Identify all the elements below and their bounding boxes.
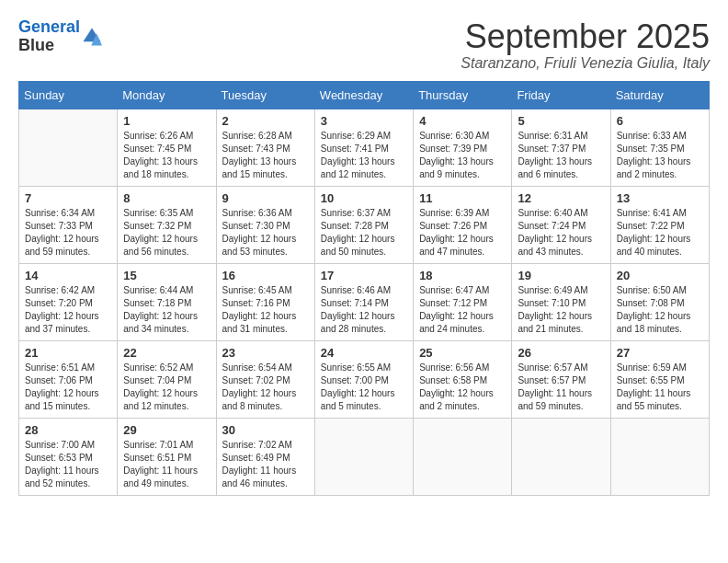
calendar-cell: 13Sunrise: 6:41 AMSunset: 7:22 PMDayligh… xyxy=(610,186,709,263)
day-info: Sunrise: 6:37 AMSunset: 7:28 PMDaylight:… xyxy=(321,207,407,259)
day-info: Sunrise: 7:00 AMSunset: 6:53 PMDaylight:… xyxy=(25,439,111,490)
day-number: 5 xyxy=(518,114,604,128)
weekday-header-thursday: Thursday xyxy=(414,81,512,109)
calendar-cell: 18Sunrise: 6:47 AMSunset: 7:12 PMDayligh… xyxy=(414,263,512,340)
weekday-header-row: SundayMondayTuesdayWednesdayThursdayFrid… xyxy=(19,81,710,109)
day-info: Sunrise: 6:29 AMSunset: 7:41 PMDaylight:… xyxy=(321,130,407,181)
day-number: 12 xyxy=(518,191,604,205)
day-info: Sunrise: 6:57 AMSunset: 6:57 PMDaylight:… xyxy=(518,362,604,413)
day-number: 25 xyxy=(419,346,506,360)
calendar-cell: 1Sunrise: 6:26 AMSunset: 7:45 PMDaylight… xyxy=(118,109,216,186)
calendar-cell: 28Sunrise: 7:00 AMSunset: 6:53 PMDayligh… xyxy=(19,418,118,495)
day-number: 8 xyxy=(123,191,210,205)
day-info: Sunrise: 6:55 AMSunset: 7:00 PMDaylight:… xyxy=(321,362,407,413)
day-info: Sunrise: 6:49 AMSunset: 7:10 PMDaylight:… xyxy=(518,284,604,336)
month-title: September 2025 xyxy=(461,18,710,55)
calendar-cell: 19Sunrise: 6:49 AMSunset: 7:10 PMDayligh… xyxy=(512,263,610,340)
calendar-cell: 16Sunrise: 6:45 AMSunset: 7:16 PMDayligh… xyxy=(216,263,314,340)
day-number: 26 xyxy=(518,346,604,360)
day-info: Sunrise: 6:39 AMSunset: 7:26 PMDaylight:… xyxy=(419,207,506,259)
calendar-cell xyxy=(314,418,413,495)
day-info: Sunrise: 7:01 AMSunset: 6:51 PMDaylight:… xyxy=(123,439,210,490)
day-number: 22 xyxy=(123,346,210,360)
calendar-cell xyxy=(414,418,512,495)
day-info: Sunrise: 6:50 AMSunset: 7:08 PMDaylight:… xyxy=(617,284,703,336)
page-header: GeneralBlue September 2025 Staranzano, F… xyxy=(18,18,710,72)
day-number: 3 xyxy=(321,114,407,128)
day-info: Sunrise: 7:02 AMSunset: 6:49 PMDaylight:… xyxy=(222,439,309,490)
day-info: Sunrise: 6:46 AMSunset: 7:14 PMDaylight:… xyxy=(321,284,407,336)
title-area: September 2025 Staranzano, Friuli Venezi… xyxy=(461,18,710,72)
day-number: 28 xyxy=(25,423,111,437)
day-number: 10 xyxy=(321,191,407,205)
day-info: Sunrise: 6:41 AMSunset: 7:22 PMDaylight:… xyxy=(617,207,703,259)
day-info: Sunrise: 6:59 AMSunset: 6:55 PMDaylight:… xyxy=(617,362,703,413)
calendar-cell: 5Sunrise: 6:31 AMSunset: 7:37 PMDaylight… xyxy=(512,109,610,186)
day-info: Sunrise: 6:28 AMSunset: 7:43 PMDaylight:… xyxy=(222,130,309,181)
day-info: Sunrise: 6:40 AMSunset: 7:24 PMDaylight:… xyxy=(518,207,604,259)
day-number: 6 xyxy=(617,114,703,128)
day-info: Sunrise: 6:44 AMSunset: 7:18 PMDaylight:… xyxy=(123,284,210,336)
day-info: Sunrise: 6:52 AMSunset: 7:04 PMDaylight:… xyxy=(123,362,210,413)
calendar-cell: 8Sunrise: 6:35 AMSunset: 7:32 PMDaylight… xyxy=(118,186,216,263)
day-info: Sunrise: 6:30 AMSunset: 7:39 PMDaylight:… xyxy=(419,130,506,181)
day-info: Sunrise: 6:45 AMSunset: 7:16 PMDaylight:… xyxy=(222,284,309,336)
day-number: 4 xyxy=(419,114,506,128)
calendar-cell: 15Sunrise: 6:44 AMSunset: 7:18 PMDayligh… xyxy=(118,263,216,340)
calendar-cell: 10Sunrise: 6:37 AMSunset: 7:28 PMDayligh… xyxy=(314,186,413,263)
calendar-cell: 24Sunrise: 6:55 AMSunset: 7:00 PMDayligh… xyxy=(314,340,413,418)
calendar-cell: 22Sunrise: 6:52 AMSunset: 7:04 PMDayligh… xyxy=(118,340,216,418)
day-info: Sunrise: 6:47 AMSunset: 7:12 PMDaylight:… xyxy=(419,284,506,336)
day-number: 15 xyxy=(123,269,210,282)
calendar-week-row: 28Sunrise: 7:00 AMSunset: 6:53 PMDayligh… xyxy=(19,418,710,495)
calendar-cell xyxy=(610,418,709,495)
calendar-cell: 17Sunrise: 6:46 AMSunset: 7:14 PMDayligh… xyxy=(314,263,413,340)
day-info: Sunrise: 6:34 AMSunset: 7:33 PMDaylight:… xyxy=(25,207,111,259)
day-info: Sunrise: 6:36 AMSunset: 7:30 PMDaylight:… xyxy=(222,207,309,259)
calendar-cell: 11Sunrise: 6:39 AMSunset: 7:26 PMDayligh… xyxy=(414,186,512,263)
day-number: 21 xyxy=(25,346,111,360)
calendar-cell xyxy=(512,418,610,495)
logo-icon xyxy=(82,27,102,47)
day-number: 20 xyxy=(617,269,703,282)
logo: GeneralBlue xyxy=(18,18,102,55)
day-info: Sunrise: 6:51 AMSunset: 7:06 PMDaylight:… xyxy=(25,362,111,413)
calendar-week-row: 21Sunrise: 6:51 AMSunset: 7:06 PMDayligh… xyxy=(19,340,710,418)
weekday-header-saturday: Saturday xyxy=(610,81,709,109)
calendar-cell: 12Sunrise: 6:40 AMSunset: 7:24 PMDayligh… xyxy=(512,186,610,263)
weekday-header-friday: Friday xyxy=(512,81,610,109)
calendar-table: SundayMondayTuesdayWednesdayThursdayFrid… xyxy=(18,81,710,496)
calendar-cell: 4Sunrise: 6:30 AMSunset: 7:39 PMDaylight… xyxy=(414,109,512,186)
day-info: Sunrise: 6:42 AMSunset: 7:20 PMDaylight:… xyxy=(25,284,111,336)
day-number: 23 xyxy=(222,346,309,360)
day-info: Sunrise: 6:31 AMSunset: 7:37 PMDaylight:… xyxy=(518,130,604,181)
day-number: 19 xyxy=(518,269,604,282)
calendar-cell: 6Sunrise: 6:33 AMSunset: 7:35 PMDaylight… xyxy=(610,109,709,186)
day-number: 27 xyxy=(617,346,703,360)
day-number: 18 xyxy=(419,269,506,282)
day-number: 9 xyxy=(222,191,309,205)
day-number: 16 xyxy=(222,269,309,282)
calendar-cell: 2Sunrise: 6:28 AMSunset: 7:43 PMDaylight… xyxy=(216,109,314,186)
day-info: Sunrise: 6:26 AMSunset: 7:45 PMDaylight:… xyxy=(123,130,210,181)
day-number: 24 xyxy=(321,346,407,360)
day-number: 11 xyxy=(419,191,506,205)
calendar-cell: 29Sunrise: 7:01 AMSunset: 6:51 PMDayligh… xyxy=(118,418,216,495)
day-number: 2 xyxy=(222,114,309,128)
calendar-cell: 9Sunrise: 6:36 AMSunset: 7:30 PMDaylight… xyxy=(216,186,314,263)
calendar-week-row: 1Sunrise: 6:26 AMSunset: 7:45 PMDaylight… xyxy=(19,109,710,186)
weekday-header-tuesday: Tuesday xyxy=(216,81,314,109)
calendar-cell: 30Sunrise: 7:02 AMSunset: 6:49 PMDayligh… xyxy=(216,418,314,495)
day-number: 13 xyxy=(617,191,703,205)
day-info: Sunrise: 6:56 AMSunset: 6:58 PMDaylight:… xyxy=(419,362,506,413)
calendar-cell xyxy=(19,109,118,186)
calendar-cell: 26Sunrise: 6:57 AMSunset: 6:57 PMDayligh… xyxy=(512,340,610,418)
calendar-week-row: 14Sunrise: 6:42 AMSunset: 7:20 PMDayligh… xyxy=(19,263,710,340)
day-number: 1 xyxy=(123,114,210,128)
calendar-cell: 27Sunrise: 6:59 AMSunset: 6:55 PMDayligh… xyxy=(610,340,709,418)
day-info: Sunrise: 6:35 AMSunset: 7:32 PMDaylight:… xyxy=(123,207,210,259)
calendar-cell: 23Sunrise: 6:54 AMSunset: 7:02 PMDayligh… xyxy=(216,340,314,418)
day-number: 29 xyxy=(123,423,210,437)
calendar-cell: 21Sunrise: 6:51 AMSunset: 7:06 PMDayligh… xyxy=(19,340,118,418)
logo-text: GeneralBlue xyxy=(18,18,80,55)
